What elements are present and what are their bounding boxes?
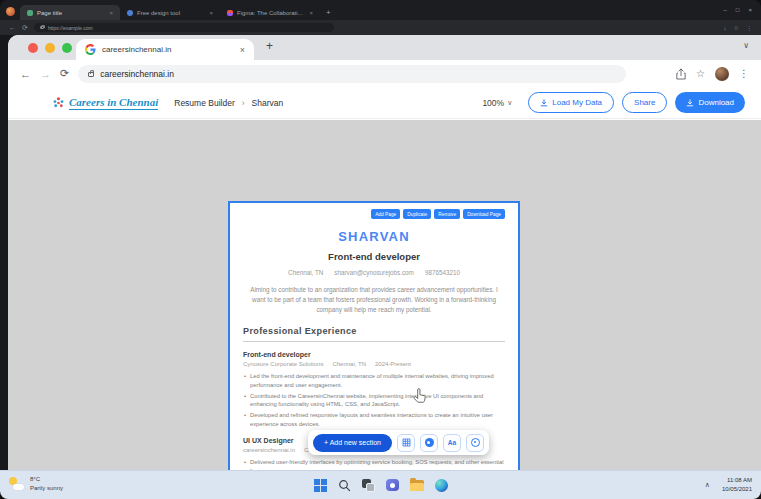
star-icon[interactable]: ☆ [734, 24, 739, 31]
job-company: Cynosure Corporate Solutions [243, 361, 323, 367]
share-label: Share [634, 98, 655, 107]
addressbar-actions: ☆ ⋮ [676, 67, 749, 81]
close-tab-icon[interactable]: × [109, 10, 113, 16]
color-wheel-icon [471, 438, 480, 447]
editor-canvas: Add Page Duplicate Remove Download Page … [8, 120, 761, 470]
reload-icon[interactable]: ⟳ [22, 24, 28, 32]
new-tab-button[interactable]: + [266, 39, 273, 53]
url-text: careersinchennai.in [100, 69, 174, 79]
job-meta: Cynosure Corporate Solutions Chennai, TN… [243, 361, 505, 367]
back-icon[interactable]: ← [20, 68, 31, 80]
back-icon[interactable]: ← [9, 24, 16, 31]
section-heading-experience[interactable]: Professional Experience [243, 326, 505, 342]
figma-favicon [227, 10, 233, 16]
tab-search-chevron-icon[interactable]: ∨ [743, 41, 749, 50]
resume-name[interactable]: SHARVAN [243, 229, 505, 244]
job-entry[interactable]: Front-end developer Cynosure Corporate S… [243, 351, 505, 428]
site-logo[interactable]: Careers in Chennai [52, 96, 158, 110]
url-field[interactable]: https://example.com [34, 23, 334, 32]
hand-cursor-icon [413, 387, 428, 404]
weather-desc: Partly sunny [30, 484, 63, 493]
zoom-window-button[interactable] [62, 43, 72, 53]
edge-browser-icon[interactable] [435, 479, 448, 492]
background-tab-1[interactable]: Page title × [20, 5, 120, 20]
breadcrumb-resume-builder[interactable]: Resume Builder [174, 98, 234, 108]
minimize-icon[interactable]: – [724, 7, 727, 13]
grid-icon [402, 438, 411, 447]
screen: Page title × Free design tool × Figma: T… [0, 0, 761, 499]
logo-text: Careers in Chennai [69, 96, 158, 110]
download-icon [686, 99, 694, 107]
forward-icon[interactable]: → [40, 68, 51, 80]
menu-icon[interactable]: ⋮ [746, 24, 752, 31]
background-tab-2[interactable]: Free design tool × [120, 5, 220, 20]
chat-icon[interactable] [386, 479, 399, 491]
bookmark-star-icon[interactable]: ☆ [696, 68, 705, 79]
load-my-data-button[interactable]: Load My Data [528, 92, 614, 113]
download-button[interactable]: Download [675, 92, 745, 113]
background-profile-avatar[interactable] [6, 7, 15, 16]
tray-chevron-up-icon[interactable]: ∧ [705, 481, 710, 489]
taskbar-weather-widget[interactable]: 8°C Partly sunny [9, 475, 63, 492]
tab-title: careersinchennai.in [102, 45, 234, 54]
share-button[interactable]: Share [622, 92, 667, 113]
layout-grid-button[interactable] [397, 434, 415, 452]
theme-palette-button[interactable] [420, 434, 438, 452]
contact-location: Chennai, TN [288, 269, 323, 276]
close-icon[interactable]: × [748, 7, 752, 13]
remove-button[interactable]: Remove [434, 209, 460, 219]
url-field[interactable]: careersinchennai.in [78, 65, 626, 83]
bullet: Delivered user-friendly interfaces by op… [243, 458, 505, 470]
reload-icon[interactable]: ⟳ [60, 67, 69, 80]
minimize-window-button[interactable] [45, 43, 55, 53]
tab-title: Figma: The Collaborati... [237, 10, 305, 16]
close-window-button[interactable] [28, 43, 38, 53]
job-dates: 2024-Present [375, 361, 411, 367]
bullet: Led the front-end development and mainte… [243, 372, 505, 389]
zoom-value: 100% [482, 98, 504, 108]
partly-sunny-icon [9, 477, 24, 490]
color-wheel-button[interactable] [466, 434, 484, 452]
add-page-button[interactable]: Add Page [371, 209, 400, 219]
add-new-section-button[interactable]: + Add new section [313, 434, 392, 452]
profile-avatar[interactable] [715, 67, 729, 81]
resume-objective[interactable]: Aiming to contribute to an organization … [249, 285, 499, 314]
file-explorer-icon[interactable] [410, 480, 424, 491]
search-icon[interactable] [338, 479, 351, 492]
close-tab-icon[interactable]: × [209, 10, 213, 16]
google-favicon [85, 44, 96, 55]
tabstrip: careersinchennai.in × + ∨ [8, 35, 761, 60]
resume-contact[interactable]: Chennai, TN sharvan@cynosurejobs.com 987… [243, 269, 505, 276]
header-actions: 100% ∨ Load My Data Share Download [482, 92, 745, 113]
close-tab-icon[interactable]: × [240, 45, 245, 55]
download-icon [540, 99, 548, 107]
weather-text: 8°C Partly sunny [30, 475, 63, 492]
background-addr-icons: ↓ ☆ ⋮ [724, 24, 752, 31]
share-icon[interactable] [676, 68, 686, 80]
lock-icon [40, 26, 44, 29]
job-bullets: Delivered user-friendly interfaces by op… [243, 458, 505, 470]
careers-in-chennai-logo-icon [52, 96, 65, 109]
active-tab[interactable]: careersinchennai.in × [76, 39, 254, 60]
download-icon[interactable]: ↓ [724, 25, 727, 31]
download-page-button[interactable]: Download Page [463, 209, 505, 219]
breadcrumb-current: Sharvan [252, 98, 284, 108]
font-button[interactable]: Aa [443, 434, 461, 452]
browser-menu-icon[interactable]: ⋮ [739, 68, 749, 79]
windows-start-icon[interactable] [314, 479, 327, 492]
resume-job-title[interactable]: Front-end developer [243, 251, 505, 262]
contact-email: sharvan@cynosurejobs.com [334, 269, 414, 276]
floating-toolbar: + Add new section Aa [308, 430, 489, 455]
font-icon: Aa [448, 439, 456, 446]
job-bullets: Led the front-end development and mainte… [243, 372, 505, 428]
task-view-icon[interactable] [362, 479, 375, 492]
background-tab-3[interactable]: Figma: The Collaborati... × [220, 5, 320, 20]
duplicate-button[interactable]: Duplicate [403, 209, 431, 219]
job-location: Chennai, TN [332, 361, 366, 367]
maximize-icon[interactable]: □ [736, 7, 740, 13]
addressbar: ← → ⟳ careersinchennai.in ☆ ⋮ [8, 60, 761, 87]
taskbar-clock[interactable]: 11:08 AM 10/05/2021 [722, 476, 752, 494]
zoom-select[interactable]: 100% ∨ [482, 98, 512, 108]
close-tab-icon[interactable]: × [309, 10, 313, 16]
new-tab-icon[interactable]: + [326, 8, 331, 17]
